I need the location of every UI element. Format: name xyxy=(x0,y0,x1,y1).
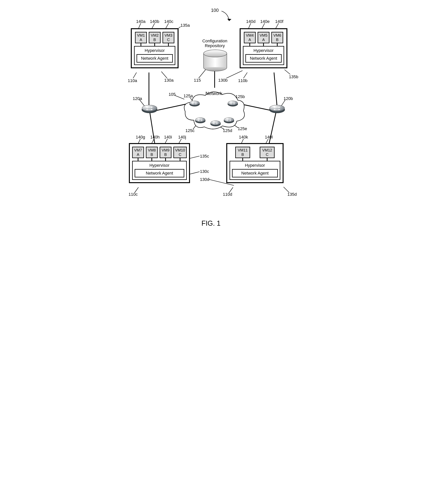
svg-marker-72 xyxy=(201,120,203,121)
vm-140d: VM4A xyxy=(244,32,256,43)
ref-125c: 125c xyxy=(185,128,195,133)
edge-router-120b xyxy=(269,105,284,120)
ref-135b: 135b xyxy=(289,74,298,79)
core-router-125b xyxy=(228,101,237,110)
hypervisor-135a: Hypervisor Network Agent xyxy=(134,46,175,65)
ref-130b: 130b xyxy=(218,78,228,83)
svg-marker-53 xyxy=(146,109,148,110)
figure-caption: FIG. 1 xyxy=(6,219,416,227)
svg-marker-70 xyxy=(234,102,235,103)
svg-line-25 xyxy=(285,70,290,74)
ref-140c: 140c xyxy=(164,19,173,24)
ref-140k: 140k xyxy=(239,135,248,140)
network-agent-130c: Network Agent xyxy=(135,169,184,177)
svg-rect-56 xyxy=(148,109,151,110)
svg-marker-67 xyxy=(230,102,232,103)
svg-marker-65 xyxy=(192,103,193,104)
ref-115: 115 xyxy=(194,78,201,83)
hypervisor-label: Hypervisor xyxy=(136,48,173,53)
svg-line-18 xyxy=(138,23,141,29)
svg-marker-81 xyxy=(226,120,228,121)
ref-135d: 135d xyxy=(287,192,297,197)
svg-marker-68 xyxy=(234,103,235,104)
svg-line-29 xyxy=(244,72,247,78)
svg-marker-80 xyxy=(230,120,231,121)
vm-140b: VM2B xyxy=(149,32,161,43)
hypervisor-135c: Hypervisor Network Agent xyxy=(132,161,187,180)
configuration-repository: Configuration Repository xyxy=(203,50,226,71)
ref-120a: 120a xyxy=(133,96,142,101)
svg-line-26 xyxy=(161,72,167,78)
hypervisor-135d: Hypervisor Network Agent xyxy=(230,161,280,180)
svg-rect-55 xyxy=(148,107,151,108)
svg-marker-77 xyxy=(213,123,214,124)
core-router-125d xyxy=(211,120,220,130)
svg-marker-76 xyxy=(217,123,218,124)
svg-marker-71 xyxy=(198,119,199,120)
ref-125e: 125e xyxy=(238,126,247,131)
host-110a: VM1A VM2B VM3C Hypervisor Network Agent xyxy=(131,28,178,68)
svg-line-21 xyxy=(248,23,251,29)
svg-marker-73 xyxy=(198,120,199,121)
core-router-125c xyxy=(195,118,205,127)
svg-marker-69 xyxy=(230,103,232,104)
ref-110d: 110d xyxy=(223,192,232,197)
hypervisor-135b: Hypervisor Network Agent xyxy=(243,46,284,65)
ref-140f: 140f xyxy=(275,19,283,24)
svg-marker-60 xyxy=(279,107,281,108)
svg-line-23 xyxy=(275,23,279,29)
host-110c: VM7A VM8B VM9B VM10C Hypervisor Network … xyxy=(129,143,190,183)
ref-140e: 140e xyxy=(260,19,270,24)
vm-140k: VM11B xyxy=(235,147,250,158)
ref-140d: 140d xyxy=(246,19,256,24)
svg-marker-54 xyxy=(151,107,153,108)
svg-line-27 xyxy=(133,72,136,78)
svg-line-22 xyxy=(262,23,265,29)
svg-line-2 xyxy=(274,72,277,107)
svg-marker-58 xyxy=(279,109,281,110)
ref-110b: 110b xyxy=(238,78,247,83)
svg-marker-63 xyxy=(192,102,193,103)
ref-140h: 140h xyxy=(150,135,160,140)
vm-140e: VM5A xyxy=(257,32,269,43)
vm-140f: VM6B xyxy=(271,32,283,43)
ref-125a: 125a xyxy=(183,93,193,98)
ref-140b: 140b xyxy=(150,19,159,24)
vm-140h: VM8B xyxy=(146,147,158,158)
network-agent-130b: Network Agent xyxy=(245,54,282,63)
svg-marker-75 xyxy=(213,121,214,123)
vm-140j: VM10C xyxy=(173,147,187,158)
ref-140a: 140a xyxy=(136,19,146,24)
ref-140g: 140g xyxy=(136,135,145,140)
ref-130c: 130c xyxy=(200,169,209,174)
ref-130d: 130d xyxy=(200,177,209,182)
svg-line-28 xyxy=(226,71,243,78)
ref-135a: 135a xyxy=(180,23,190,28)
vm-140g: VM7A xyxy=(132,147,144,158)
svg-line-20 xyxy=(165,23,169,29)
vm-140l: VM12C xyxy=(260,147,275,158)
svg-marker-82 xyxy=(230,119,231,120)
svg-marker-79 xyxy=(226,119,228,120)
repository-label: Configuration Repository xyxy=(200,39,230,48)
svg-marker-52 xyxy=(151,109,153,110)
ref-135c: 135c xyxy=(200,154,209,159)
network-agent-130d: Network Agent xyxy=(232,169,278,177)
system-ref-label: 100 xyxy=(211,8,219,13)
ref-140i: 140i xyxy=(164,135,172,140)
vm-140i: VM9B xyxy=(160,147,171,158)
svg-marker-66 xyxy=(196,102,197,103)
diagram-canvas: 100 xyxy=(117,6,305,216)
vm-row: VM1A VM2B VM3C xyxy=(134,32,175,43)
svg-marker-64 xyxy=(196,103,197,104)
ref-105: 105 xyxy=(169,92,176,97)
svg-line-45 xyxy=(190,156,200,158)
ref-120b: 120b xyxy=(284,96,293,101)
svg-line-19 xyxy=(152,23,155,29)
host-110b: VM4A VM5A VM6B Hypervisor Network Agent xyxy=(240,28,287,68)
ref-140j: 140j xyxy=(178,135,186,140)
svg-marker-78 xyxy=(217,121,218,123)
svg-marker-59 xyxy=(273,109,275,110)
ref-130a: 130a xyxy=(164,78,174,83)
svg-marker-17 xyxy=(227,19,232,21)
